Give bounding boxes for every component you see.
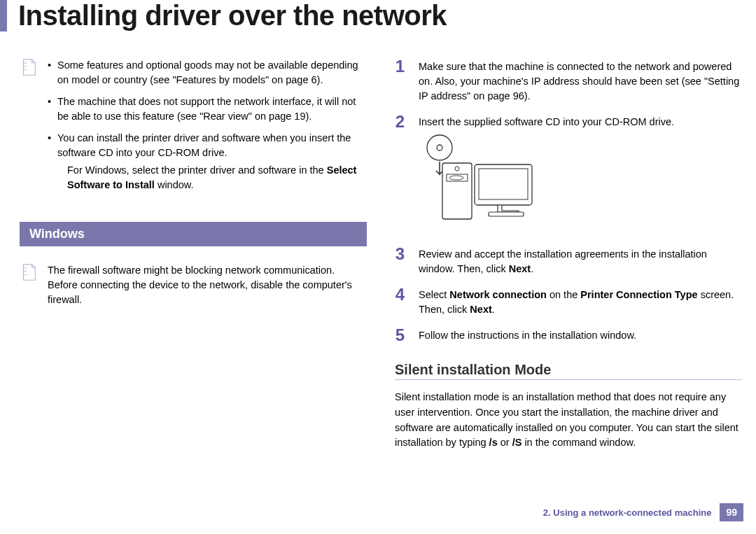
step-2: 2 Insert the supplied software CD into y… [395, 113, 742, 236]
svg-point-5 [455, 167, 459, 171]
para-suffix: in the command window. [522, 437, 636, 448]
note-block-2: The firewall software might be blocking … [20, 263, 367, 307]
step-3-body: Review and accept the installation agree… [419, 246, 742, 276]
steps-list: 1 Make sure that the machine is connecte… [395, 58, 742, 344]
page-footer: 2. Using a network-connected machine 99 [543, 503, 743, 521]
svg-rect-7 [479, 169, 528, 199]
step-2-text: Insert the supplied software CD into you… [419, 116, 674, 127]
step-4: 4 Select Network connection on the Print… [395, 286, 742, 317]
page-title: Installing driver over the network [18, 0, 756, 31]
cd-computer-illustration [419, 129, 742, 236]
subheading-silent: Silent installation Mode [395, 362, 742, 378]
note1-item-2: You can install the printer driver and s… [48, 131, 367, 192]
step-4-bold3: Next [470, 304, 491, 315]
subheading-rule [395, 379, 742, 380]
note1-sub-prefix: For Windows, select the printer driver a… [67, 164, 327, 176]
step-1: 1 Make sure that the machine is connecte… [395, 58, 742, 104]
step-3: 3 Review and accept the installation agr… [395, 246, 742, 276]
step-5: 5 Follow the instructions in the install… [395, 327, 742, 344]
note-icon [20, 58, 38, 78]
note1-sub: For Windows, select the printer driver a… [57, 163, 367, 192]
step-number: 4 [395, 286, 407, 317]
step-3-bold: Next [509, 263, 531, 274]
note-icon [20, 263, 38, 283]
step-1-body: Make sure that the machine is connected … [419, 58, 742, 104]
note-body-1: Some features and optional goods may not… [48, 58, 367, 199]
step-number: 5 [395, 327, 407, 344]
svg-point-1 [437, 145, 442, 150]
note1-item-0: Some features and optional goods may not… [48, 58, 367, 87]
step-4-bold1: Network connection [449, 289, 547, 300]
footer-chapter: 2. Using a network-connected machine [543, 507, 712, 518]
section-header-windows: Windows [20, 222, 367, 246]
footer-page-number: 99 [720, 503, 743, 521]
step-number: 3 [395, 246, 407, 276]
step-4-suffix: . [492, 304, 495, 315]
svg-point-4 [449, 176, 463, 180]
step-5-body: Follow the instructions in the installat… [419, 327, 742, 344]
para-bold2: /S [512, 437, 522, 448]
step-number: 2 [395, 113, 407, 236]
svg-rect-8 [489, 212, 524, 216]
step-number: 1 [395, 58, 407, 104]
para-mid: or [498, 437, 512, 448]
note-block-1: Some features and optional goods may not… [20, 58, 367, 199]
svg-rect-2 [442, 163, 472, 219]
step-2-body: Insert the supplied software CD into you… [419, 113, 742, 236]
step-3-suffix: . [531, 263, 533, 274]
note1-item-1: The machine that does not support the ne… [48, 94, 367, 124]
right-column: 1 Make sure that the machine is connecte… [395, 58, 742, 451]
left-column: Some features and optional goods may not… [20, 58, 367, 451]
note-body-2: The firewall software might be blocking … [48, 263, 367, 307]
step-4-prefix: Select [419, 289, 449, 300]
step-4-bold2: Printer Connection Type [580, 289, 697, 300]
two-column-layout: Some features and optional goods may not… [0, 58, 756, 451]
note1-sub-suffix: window. [155, 179, 194, 190]
step-4-body: Select Network connection on the Printer… [419, 286, 742, 317]
step-3-prefix: Review and accept the installation agree… [419, 248, 707, 274]
silent-mode-paragraph: Silent installation mode is an installat… [395, 390, 742, 451]
para-bold1: /s [489, 437, 498, 448]
note1-item-2-text: You can install the printer driver and s… [57, 132, 351, 158]
page-title-wrap: Installing driver over the network [0, 0, 756, 31]
step-4-mid: on the [547, 289, 580, 300]
